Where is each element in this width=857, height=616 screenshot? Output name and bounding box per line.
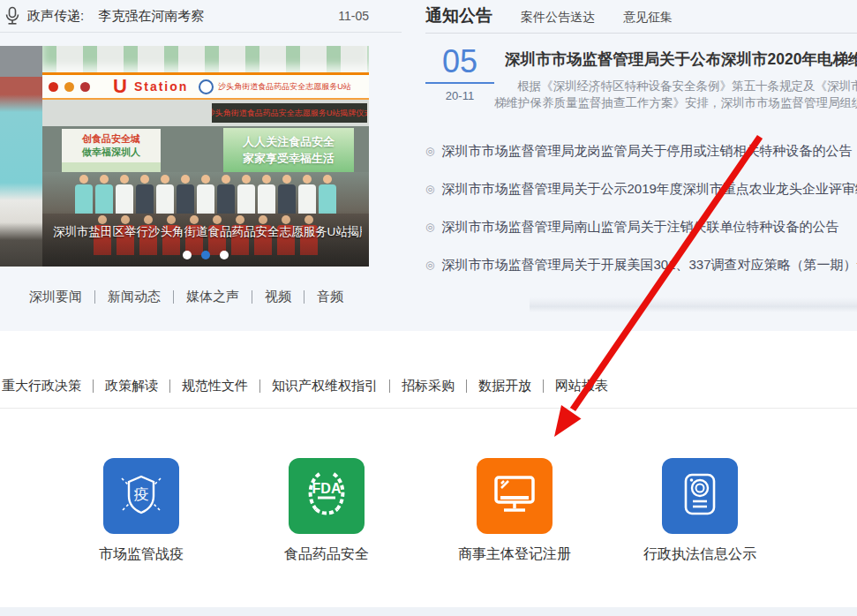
notice-link[interactable]: 深圳市市场监督管理局关于开展美国301、337调查对应策略（第一期）专项培训 — [441, 256, 857, 273]
tab-shenzhen-news[interactable]: 深圳要闻 — [29, 289, 82, 305]
tab-separator — [252, 290, 252, 304]
microphone-icon — [4, 6, 20, 26]
photo-building-top — [42, 46, 369, 72]
top-section: 政声传递: 李克强在河南考察 11-05 U Station 沙头角街道食品药品… — [0, 0, 857, 331]
link-separator — [169, 379, 170, 393]
svg-text:疫: 疫 — [134, 486, 149, 503]
notice-list-item[interactable]: ◎ 深圳市市场监督管理局龙岗监管局关于停用或注销相关特种设备的公告 — [425, 142, 857, 180]
news-ticker: 政声传递: 李克强在河南考察 11-05 — [0, 0, 402, 33]
section-divider — [0, 408, 857, 409]
featured-notice-title[interactable]: 深圳市市场监督管理局关于公布深圳市2020年电梯维护保养 — [505, 49, 857, 70]
notice-header: 通知公告 案件公告送达 意见征集 — [425, 4, 673, 27]
shield-epidemic-icon: 疫 — [118, 470, 164, 522]
ticker-headline-link[interactable]: 李克强在河南考察 — [98, 8, 204, 25]
tab-media-voice[interactable]: 媒体之声 — [186, 289, 239, 305]
poster-right-line1: 人人关注食品安全 — [223, 133, 354, 150]
featured-notice-date: 05 20-11 — [425, 44, 494, 102]
notice-section-title: 通知公告 — [425, 4, 492, 27]
news-tab-bar: 深圳要闻 新闻动态 媒体之声 视频 音频 — [29, 289, 343, 305]
poster-left: 创食品安全城 做幸福深圳人 — [62, 129, 161, 173]
link-separator — [466, 379, 467, 393]
carousel-dot[interactable] — [220, 251, 229, 259]
featured-notice-yearmonth: 20-11 — [425, 89, 494, 102]
link-site-reports[interactable]: 网站报表 — [555, 378, 608, 394]
featured-date-underline — [425, 82, 494, 84]
carousel-dots — [42, 251, 369, 259]
carousel-dot[interactable] — [183, 251, 192, 259]
ticker-date: 11-05 — [338, 9, 369, 23]
badge-icon — [199, 79, 214, 94]
service-market-supervision-epidemic[interactable]: 疫 — [103, 458, 179, 534]
tab-separator — [94, 290, 95, 304]
excerpt-line2: 梯维护保养质量监督抽查工作方案》安排，深圳市市场监督管理局组织开展了 — [494, 94, 857, 111]
tab-news-updates[interactable]: 新闻动态 — [108, 289, 161, 305]
link-open-data[interactable]: 数据开放 — [478, 378, 531, 394]
poster-right-line2: 家家享受幸福生活 — [223, 150, 354, 167]
ticker-label: 政声传递: — [27, 8, 84, 25]
fda-wreath-icon: FDA — [302, 469, 351, 523]
bullet-icon: ◎ — [425, 256, 434, 274]
link-ip-rights-guide[interactable]: 知识产权维权指引 — [272, 378, 378, 394]
poster-left-line1: 创食品安全城 — [62, 132, 161, 146]
led-banner-text: 沙头角街道食品药品安全志愿服务U站揭牌仪式 — [212, 108, 367, 119]
emblem-dot — [80, 82, 90, 92]
ustation-text: Station — [134, 79, 188, 94]
tab-separator — [173, 290, 174, 304]
policy-link-bar: 重大行政决策 政策解读 规范性文件 知识产权维权指引 招标采购 数据开放 网站报… — [2, 378, 608, 394]
excerpt-line1: 根据《深圳经济特区特种设备安全条例》第五十条规定及《深圳市市场监 — [494, 78, 857, 94]
notice-list-item[interactable]: ◎ 深圳市市场监督管理局南山监管局关于注销失联单位特种设备的公告 — [425, 218, 857, 256]
page: 政声传递: 李克强在河南考察 11-05 U Station 沙头角街道食品药品… — [0, 0, 857, 616]
service-label-registration[interactable]: 商事主体登记注册 — [417, 545, 612, 564]
emblem-dot — [49, 82, 58, 92]
link-normative-documents[interactable]: 规范性文件 — [182, 378, 248, 394]
notice-list-item[interactable]: ◎ 深圳市市场监督管理局关于公示2019年度深圳市重点农业龙头企业评审结果的公 — [425, 180, 857, 218]
notice-header-divider — [425, 33, 857, 34]
featured-notice-excerpt: 根据《深圳经济特区特种设备安全条例》第五十条规定及《深圳市市场监 梯维护保养质量… — [494, 78, 857, 111]
link-bidding-procurement[interactable]: 招标采购 — [402, 378, 455, 394]
service-law-enforcement-publicity[interactable] — [662, 458, 738, 534]
bullet-icon: ◎ — [425, 218, 434, 236]
notice-link[interactable]: 深圳市市场监督管理局关于公示2019年度深圳市重点农业龙头企业评审结果的公 — [441, 180, 857, 197]
service-label-epidemic[interactable]: 市场监管战疫 — [44, 545, 238, 564]
news-carousel[interactable]: U Station 沙头角街道食品药品安全志愿服务U站 沙头角街道食品药品安全志… — [0, 46, 369, 267]
service-label-enforcement[interactable]: 行政执法信息公示 — [603, 545, 797, 564]
signboard-subtitle: 沙头角街道食品药品安全志愿服务U站 — [218, 81, 351, 93]
carousel-previous-slide-edge — [0, 46, 42, 267]
notice-link[interactable]: 深圳市市场监督管理局龙岗监管局关于停用或注销相关特种设备的公告 — [441, 142, 852, 159]
bottom-strip — [0, 607, 857, 616]
service-food-drug-safety[interactable]: FDA — [289, 458, 365, 534]
link-separator — [389, 379, 390, 393]
tab-separator — [304, 290, 304, 304]
link-separator — [543, 379, 544, 393]
svg-text:FDA: FDA — [312, 481, 342, 496]
carousel-current-slide[interactable]: U Station 沙头角街道食品药品安全志愿服务U站 沙头角街道食品药品安全志… — [42, 46, 369, 267]
carousel-dot-active[interactable] — [201, 251, 210, 259]
bullet-icon: ◎ — [425, 142, 434, 160]
notice-list-item[interactable]: ◎ 深圳市市场监督管理局关于开展美国301、337调查对应策略（第一期）专项培训 — [425, 256, 857, 294]
link-major-decisions[interactable]: 重大行政决策 — [2, 378, 81, 394]
emblem-dot — [64, 82, 74, 92]
photo-wall: 沙头角街道食品药品安全志愿服务U站揭牌仪式 — [42, 100, 369, 126]
led-banner: 沙头角街道食品药品安全志愿服务U站揭牌仪式 — [212, 103, 367, 123]
link-separator — [93, 379, 94, 393]
photo-storefront: 创食品安全城 做幸福深圳人 人人关注食品安全 家家享受幸福生活 — [42, 126, 369, 175]
link-separator — [259, 379, 260, 393]
bullet-icon: ◎ — [425, 180, 434, 198]
bridge-watermark — [530, 297, 857, 312]
recorder-icon — [681, 471, 718, 521]
ustation-u-logo: U — [113, 78, 127, 95]
tab-video[interactable]: 视频 — [265, 289, 291, 305]
notice-list: ◎ 深圳市市场监督管理局龙岗监管局关于停用或注销相关特种设备的公告 ◎ 深圳市市… — [425, 142, 857, 294]
monitor-icon — [492, 474, 538, 518]
service-label-food-drug[interactable]: 食品药品安全 — [229, 545, 424, 564]
carousel-caption[interactable]: 深圳市盐田区举行沙头角街道食品药品安全志愿服务U站揭牌仪式 — [53, 224, 362, 240]
photo-signboard: U Station 沙头角街道食品药品安全志愿服务U站 — [42, 72, 369, 100]
tab-case-announcements[interactable]: 案件公告送达 — [521, 10, 595, 26]
tab-audio[interactable]: 音频 — [317, 289, 343, 305]
link-policy-interpretation[interactable]: 政策解读 — [105, 378, 158, 394]
poster-right: 人人关注食品安全 家家享受幸福生活 — [223, 128, 354, 174]
service-business-registration[interactable] — [477, 458, 553, 534]
notice-link[interactable]: 深圳市市场监督管理局南山监管局关于注销失联单位特种设备的公告 — [441, 218, 838, 235]
tab-opinion-solicitation[interactable]: 意见征集 — [623, 10, 673, 26]
featured-notice-day: 05 — [425, 44, 494, 79]
